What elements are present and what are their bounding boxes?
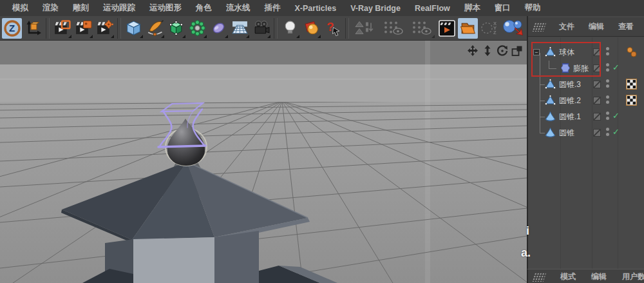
menu-item-xparticles[interactable]: X-Particles [288, 4, 344, 13]
layer-chip[interactable] [593, 81, 601, 88]
object-row-cone3[interactable]: 圆锥.3 [528, 76, 644, 93]
panel-grip-handle[interactable] [532, 273, 547, 282]
axes-cube-button[interactable] [23, 18, 43, 39]
snap-settings-icon [410, 19, 434, 37]
am-menu-userdata[interactable]: 用户数据 [622, 271, 644, 282]
am-menu-edit[interactable]: 编辑 [591, 271, 607, 282]
tag-checkerboard[interactable] [626, 79, 637, 90]
visibility-dots[interactable] [606, 47, 609, 55]
object-label[interactable]: 圆锥.1 [559, 112, 581, 122]
viewport-3d[interactable] [0, 41, 527, 283]
render-view-button[interactable] [52, 18, 72, 39]
enabled-checkmark[interactable]: ✓ [612, 63, 620, 72]
open-folder-button[interactable] [458, 18, 478, 39]
menu-item-vray-bridge[interactable]: V-Ray Bridge [343, 4, 408, 13]
om-menu-view[interactable]: 查看 [618, 21, 634, 32]
c4d-window: 模拟 渲染 雕刻 运动跟踪 运动图形 角色 流水线 插件 X-Particles… [0, 0, 644, 283]
object-row-cone2[interactable]: 圆锥.2 [528, 92, 644, 109]
help-icon: ? [324, 19, 341, 37]
menu-item-realflow[interactable]: RealFlow [408, 4, 457, 13]
menu-item-mograph[interactable]: 运动图形 [142, 3, 189, 14]
add-cube-primitive-button[interactable] [124, 18, 144, 39]
camera-button[interactable] [251, 18, 271, 39]
help-button[interactable]: ? [323, 18, 343, 39]
submenu-corner [140, 35, 143, 38]
tag-orange-spheres[interactable] [626, 46, 638, 58]
array-generator-button[interactable] [187, 18, 207, 39]
toggle-single-view-button[interactable] [511, 44, 523, 57]
tag-checkerboard[interactable] [626, 95, 637, 106]
rotate-icon [497, 45, 508, 57]
snap-toggle-button[interactable] [380, 18, 407, 39]
submenu-corner [204, 35, 207, 38]
submenu-corner [225, 35, 228, 38]
layer-chip[interactable] [593, 113, 601, 121]
main-menu-bar: 模拟 渲染 雕刻 运动跟踪 运动图形 角色 流水线 插件 X-Particles… [0, 0, 644, 16]
menu-item-character[interactable]: 角色 [189, 3, 219, 14]
zoom-icon [482, 45, 493, 57]
svg-text:Z: Z [493, 30, 497, 35]
submenu-corner [296, 35, 299, 38]
floor-environment-button[interactable] [230, 18, 250, 39]
menu-item-plugins[interactable]: 插件 [258, 3, 288, 14]
visibility-dots[interactable] [606, 128, 609, 136]
object-label[interactable]: 圆锥.3 [559, 79, 581, 90]
object-label[interactable]: 圆锥.2 [559, 95, 581, 106]
object-row-cone[interactable]: 圆锥 ✓ [528, 124, 644, 141]
visibility-dots[interactable] [606, 95, 609, 104]
menu-item-window[interactable]: 窗口 [488, 3, 518, 14]
snap-settings-button[interactable] [408, 18, 435, 39]
visibility-dots[interactable] [606, 112, 609, 120]
bend-deformer-button[interactable] [209, 18, 229, 39]
menu-item-pipeline[interactable]: 流水线 [219, 3, 258, 14]
highlight-rectangle [531, 42, 601, 77]
make-editable-icon [353, 19, 377, 37]
layer-chip[interactable] [593, 129, 601, 137]
subtitle-fragment: a. [521, 246, 531, 260]
edit-render-settings-button[interactable] [95, 18, 115, 39]
menu-item-help[interactable]: 帮助 [518, 3, 548, 14]
subtitle-fragment: i [526, 224, 529, 238]
enabled-checkmark[interactable]: ✓ [612, 127, 620, 137]
submenu-corner [90, 35, 93, 38]
simulate-dynamics-button[interactable] [500, 18, 527, 39]
visibility-dots[interactable] [606, 79, 609, 88]
layer-chip[interactable] [593, 97, 601, 104]
om-menu-file[interactable]: 文件 [559, 21, 574, 32]
maximize-view-icon [511, 45, 523, 57]
subdivision-surface-button[interactable] [166, 18, 186, 39]
light-button[interactable] [280, 18, 300, 39]
draw-spline-pen-button[interactable] [145, 18, 165, 39]
menu-item-motion-tracker[interactable]: 运动跟踪 [96, 3, 142, 14]
submenu-corner [317, 35, 321, 38]
toolbar-separator [345, 18, 349, 39]
make-editable-button[interactable] [352, 18, 379, 39]
interactive-render-region-button[interactable] [437, 18, 457, 39]
toolbar-separator [274, 18, 278, 39]
menu-item-render[interactable]: 渲染 [35, 3, 66, 14]
submenu-corner [182, 35, 185, 38]
object-row-cone1[interactable]: 圆锥.1 ✓ [528, 108, 644, 125]
cone-object-icon [545, 127, 556, 138]
main-toolbar: Z [0, 16, 527, 41]
enabled-checkmark[interactable]: ✓ [612, 111, 620, 121]
om-menu-edit[interactable]: 编辑 [589, 21, 604, 32]
pan-view-button[interactable] [466, 44, 478, 57]
object-manager-menubar: 文件 编辑 查看 对象 [528, 17, 644, 37]
render-to-picture-viewer-button[interactable] [73, 18, 93, 39]
menu-item-script[interactable]: 脚本 [457, 3, 488, 14]
visibility-dots[interactable] [606, 63, 609, 72]
object-label[interactable]: 圆锥 [559, 128, 574, 139]
open-folder-icon [459, 19, 477, 37]
new-material-button[interactable] [301, 18, 321, 39]
menu-item-simulate[interactable]: 模拟 [5, 3, 35, 14]
am-menu-mode[interactable]: 模式 [560, 271, 576, 282]
z-glyph: Z [2, 18, 22, 39]
submenu-corner [267, 35, 270, 38]
rotate-view-button[interactable] [496, 44, 508, 57]
zoom-view-button[interactable] [481, 44, 493, 57]
panel-grip-handle[interactable] [532, 23, 547, 32]
axis-lock-xyz-button[interactable]: X Y Z [479, 18, 499, 39]
menu-item-sculpt[interactable]: 雕刻 [66, 3, 96, 14]
zbrush-plugin-button[interactable]: Z [2, 18, 22, 39]
